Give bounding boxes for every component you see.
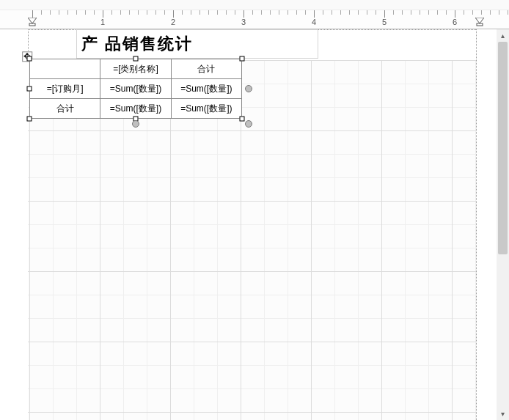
- ruler-tick: [103, 10, 103, 18]
- table-row[interactable]: =[类别名称] 合计: [30, 59, 242, 79]
- tablix-grid[interactable]: =[类别名称] 合计 =[订购月] =Sum([数量]) =Sum([数量]) …: [29, 59, 242, 119]
- ruler-tick: [138, 10, 139, 15]
- resize-handle-sw[interactable]: [27, 117, 32, 122]
- chevron-up-icon: ▴: [501, 32, 505, 40]
- page-right-boundary: [476, 29, 477, 420]
- ruler-tick: [129, 10, 130, 15]
- ruler-tick: [243, 10, 244, 18]
- ruler-tick: [349, 10, 350, 15]
- ruler-tick: [455, 10, 455, 18]
- chevron-down-icon: ▾: [501, 410, 505, 418]
- resize-handle-n[interactable]: [133, 56, 139, 62]
- resize-handle-ne[interactable]: [240, 56, 245, 62]
- resize-handle-nw[interactable]: [27, 56, 32, 62]
- vertical-scrollbar[interactable]: ▴ ▾: [497, 29, 509, 420]
- ruler-tick: [472, 10, 473, 15]
- toolbar-strip: [0, 0, 509, 10]
- cell-detail[interactable]: =Sum([数量]): [100, 79, 171, 99]
- ruler-tick: [464, 10, 464, 15]
- table-row[interactable]: 合计 =Sum([数量]) =Sum([数量]): [30, 99, 242, 119]
- ruler-tick: [279, 10, 279, 15]
- cell-grand-row[interactable]: 合计: [30, 99, 100, 119]
- ruler-tick: [288, 10, 288, 15]
- ruler-tick: [147, 10, 147, 15]
- ruler-tick: [508, 10, 508, 15]
- ruler-tick: [270, 10, 271, 15]
- cell-col-total[interactable]: 合计: [171, 59, 241, 79]
- ruler-tick: [490, 10, 491, 15]
- ruler-tick: [358, 10, 359, 15]
- resize-handle-w[interactable]: [27, 86, 32, 92]
- ruler-tick: [235, 10, 235, 15]
- horizontal-ruler[interactable]: 1234567: [0, 10, 509, 29]
- ruler-tick: [323, 10, 323, 15]
- design-surface[interactable]: 产 品销售统计 ✥ =[类别名称] 合计 =[订购月] =Sum([数量]) =…: [0, 29, 509, 420]
- ruler-label: 6: [453, 18, 457, 26]
- ruler-tick: [182, 10, 183, 15]
- add-row-icon[interactable]: [132, 120, 139, 128]
- ruler-tick: [437, 10, 438, 15]
- cell-col-header[interactable]: =[类别名称]: [100, 59, 171, 79]
- svg-rect-3: [477, 23, 483, 26]
- ruler-tick: [393, 10, 394, 15]
- cell-col-grand[interactable]: =Sum([数量]): [100, 99, 171, 119]
- svg-marker-0: [28, 18, 37, 23]
- ruler-tick: [199, 10, 200, 15]
- ruler-tick: [164, 10, 165, 15]
- ruler-tick: [120, 10, 121, 15]
- resize-handle-se[interactable]: [240, 117, 245, 122]
- ruler-tick: [376, 10, 376, 15]
- ruler-tick: [261, 10, 262, 15]
- cell-row-total[interactable]: =Sum([数量]): [171, 79, 241, 99]
- ruler-tick: [173, 10, 174, 18]
- ruler-tick: [208, 10, 209, 15]
- ruler-tick: [76, 10, 77, 15]
- ruler-tick: [420, 10, 420, 15]
- cell-row-header[interactable]: =[订购月]: [30, 79, 100, 99]
- cell-corner[interactable]: [30, 59, 100, 79]
- ruler-tick: [305, 10, 306, 15]
- ruler-tick: [111, 10, 112, 15]
- ruler-tick: [59, 10, 59, 15]
- ruler-label: 1: [100, 18, 105, 26]
- ruler-tick: [384, 10, 385, 18]
- ruler-label: 3: [241, 18, 246, 26]
- add-column-icon[interactable]: [245, 85, 252, 92]
- ruler-tick: [296, 10, 297, 15]
- ruler-tick: [226, 10, 227, 15]
- ruler-tick: [411, 10, 411, 15]
- cell-grand-total[interactable]: =Sum([数量]): [171, 99, 241, 119]
- ruler-tick: [50, 10, 51, 15]
- ruler-tick: [314, 10, 315, 18]
- scroll-down-button[interactable]: ▾: [497, 408, 509, 420]
- ruler-label: 2: [171, 18, 175, 26]
- ruler-tick: [94, 10, 95, 15]
- ruler-tick: [32, 10, 33, 18]
- right-margin-marker[interactable]: [475, 18, 484, 26]
- ruler-tick: [67, 10, 68, 15]
- ruler-tick: [217, 10, 218, 15]
- ruler-tick: [85, 10, 86, 15]
- ruler-tick: [481, 10, 482, 15]
- scrollbar-thumb[interactable]: [498, 42, 508, 254]
- ruler-tick: [41, 10, 42, 15]
- scrollbar-track[interactable]: [497, 42, 509, 408]
- ruler-tick: [446, 10, 447, 15]
- ruler-tick: [428, 10, 429, 15]
- ruler-tick: [402, 10, 403, 15]
- svg-marker-2: [475, 18, 484, 23]
- tablix-control[interactable]: =[类别名称] 合计 =[订购月] =Sum([数量]) =Sum([数量]) …: [29, 59, 242, 119]
- add-corner-icon[interactable]: [245, 120, 252, 128]
- ruler-tick: [499, 10, 499, 15]
- ruler-tick: [191, 10, 191, 15]
- report-title-label[interactable]: 产 品销售统计: [76, 29, 318, 59]
- scroll-up-button[interactable]: ▴: [497, 29, 509, 42]
- table-row[interactable]: =[订购月] =Sum([数量]) =Sum([数量]): [30, 79, 242, 99]
- svg-rect-1: [29, 23, 35, 26]
- ruler-tick: [252, 10, 253, 15]
- ruler-tick: [367, 10, 367, 15]
- ruler-tick: [155, 10, 156, 15]
- ruler-label: 4: [312, 18, 316, 26]
- ruler-label: 5: [382, 18, 387, 26]
- left-margin-marker[interactable]: [28, 18, 37, 26]
